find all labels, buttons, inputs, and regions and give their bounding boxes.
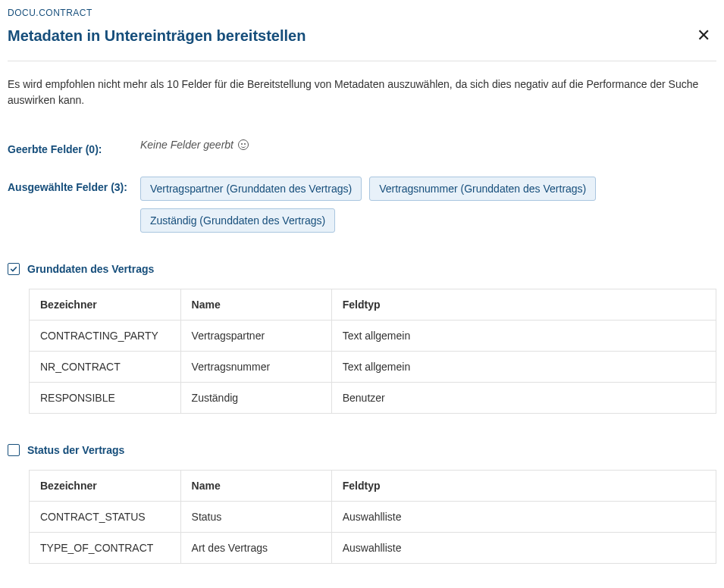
section-title: Status der Vertrags (27, 444, 124, 456)
check-icon (9, 264, 18, 274)
table-header-name: Name (180, 289, 331, 321)
table-cell-type: Benutzer (331, 383, 716, 414)
table-cell-name: Zuständig (180, 383, 331, 414)
table-cell-type: Text allgemein (331, 321, 716, 352)
table-header-type: Feldtyp (331, 289, 716, 321)
table-header-name: Name (180, 471, 331, 502)
table-cell-id: NR_CONTRACT (30, 352, 180, 383)
info-text: Es wird empfohlen nicht mehr als 10 Feld… (8, 77, 716, 108)
selected-field-chip[interactable]: Vertragsnummer (Grunddaten des Vertrags) (369, 177, 596, 201)
table-cell-name: Vertragsnummer (180, 352, 331, 383)
table-cell-type: Auswahlliste (331, 502, 716, 533)
inherited-fields-empty-text: Keine Felder geerbt (140, 139, 233, 151)
selected-field-chip[interactable]: Vertragspartner (Grunddaten des Vertrags… (140, 177, 362, 201)
table-header-type: Feldtyp (331, 471, 716, 502)
table-row[interactable]: NR_CONTRACTVertragsnummerText allgemein (30, 352, 716, 383)
section-checkbox[interactable] (8, 263, 20, 275)
selected-fields-label: Ausgewählte Felder (3): (8, 177, 140, 193)
table-cell-id: TYPE_OF_CONTRACT (30, 533, 180, 564)
table-row[interactable]: TYPE_OF_CONTRACTArt des VertragsAuswahll… (30, 533, 716, 564)
field-section: Status der VertragsBezeichnerNameFeldtyp… (8, 444, 716, 564)
fields-table: BezeichnerNameFeldtypCONTRACT_STATUSStat… (30, 471, 716, 563)
close-button[interactable]: ✕ (691, 24, 716, 47)
close-icon: ✕ (697, 26, 710, 45)
table-cell-id: CONTRACTING_PARTY (30, 321, 180, 352)
inherited-fields-label: Geerbte Felder (0): (8, 139, 140, 155)
section-checkbox[interactable] (8, 444, 20, 456)
inherited-fields-row: Geerbte Felder (0): Keine Felder geerbt (8, 139, 716, 155)
breadcrumb: DOCU.CONTRACT (8, 8, 716, 18)
inherited-fields-empty: Keine Felder geerbt (140, 139, 249, 151)
table-row[interactable]: RESPONSIBLEZuständigBenutzer (30, 383, 716, 414)
selected-field-chip[interactable]: Zuständig (Grunddaten des Vertrags) (140, 208, 335, 233)
table-header-id: Bezeichner (30, 471, 180, 502)
table-cell-name: Vertragspartner (180, 321, 331, 352)
table-cell-id: CONTRACT_STATUS (30, 502, 180, 533)
sad-face-icon (238, 139, 249, 150)
section-title: Grunddaten des Vertrags (27, 263, 154, 275)
table-cell-name: Status (180, 502, 331, 533)
table-cell-name: Art des Vertrags (180, 533, 331, 564)
table-row[interactable]: CONTRACT_STATUSStatusAuswahlliste (30, 502, 716, 533)
table-cell-type: Text allgemein (331, 352, 716, 383)
table-header-id: Bezeichner (30, 289, 180, 321)
selected-fields-row: Ausgewählte Felder (3): Vertragspartner … (8, 177, 716, 233)
table-cell-type: Auswahlliste (331, 533, 716, 564)
field-section: Grunddaten des VertragsBezeichnerNameFel… (8, 263, 716, 414)
page-title: Metadaten in Untereinträgen bereitstelle… (8, 27, 306, 45)
fields-table: BezeichnerNameFeldtypCONTRACTING_PARTYVe… (30, 289, 716, 413)
table-row[interactable]: CONTRACTING_PARTYVertragspartnerText all… (30, 321, 716, 352)
table-cell-id: RESPONSIBLE (30, 383, 180, 414)
